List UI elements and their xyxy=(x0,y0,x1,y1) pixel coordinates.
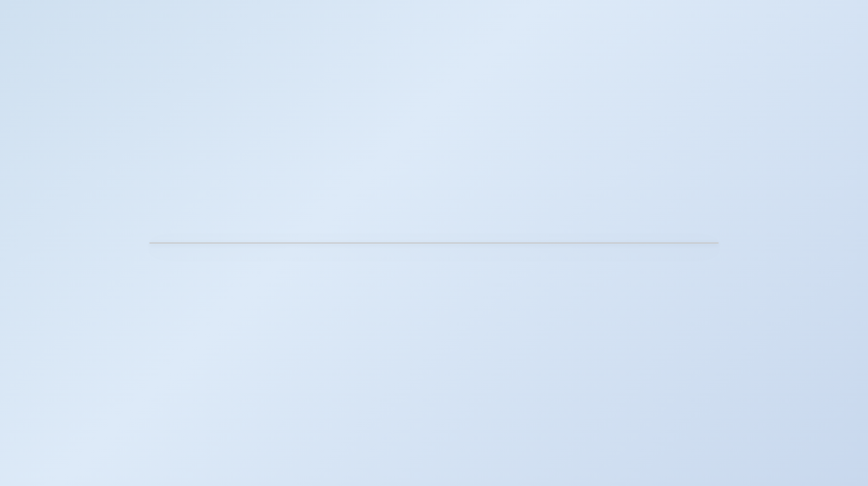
finder-window xyxy=(149,242,719,244)
